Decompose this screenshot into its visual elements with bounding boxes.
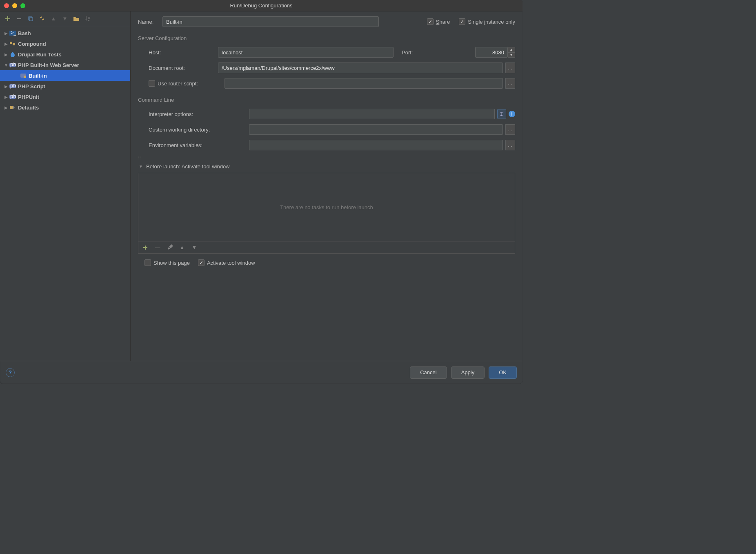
titlebar: Run/Debug Configurations (0, 0, 523, 11)
before-launch-toolbar: — ▲ ▼ (138, 241, 515, 254)
docroot-label: Document root: (149, 65, 218, 71)
content-area: ▲ ▼ ▶>_Bash ▶Compound ▶Drupal Run Tests … (0, 11, 523, 361)
collapse-icon: ▼ (138, 164, 144, 169)
php-script-icon: php (9, 83, 16, 89)
env-input[interactable] (249, 140, 503, 150)
name-label: Name: (138, 19, 162, 25)
config-icon (20, 72, 27, 79)
add-icon[interactable] (142, 244, 149, 251)
close-window-button[interactable] (4, 3, 9, 8)
zoom-window-button[interactable] (20, 3, 25, 8)
cmd-section-label: Command Line (138, 97, 515, 103)
env-label: Environment variables: (149, 142, 249, 148)
splitter-handle[interactable] (138, 157, 515, 159)
before-launch-header[interactable]: ▼Before launch: Activate tool window (138, 163, 515, 170)
router-checkbox[interactable]: Use router script: (149, 80, 225, 87)
info-icon[interactable]: i (509, 111, 515, 117)
copy-icon[interactable] (27, 15, 34, 22)
host-input[interactable] (218, 47, 394, 58)
remove-icon[interactable] (16, 15, 23, 22)
sort-icon[interactable] (84, 15, 91, 22)
tree-node-php-server[interactable]: ▼phpPHP Built-in Web Server (0, 60, 130, 70)
move-up-icon[interactable]: ▲ (50, 15, 57, 22)
tree-node-php-script[interactable]: ▶phpPHP Script (0, 81, 130, 92)
browse-button[interactable]: … (505, 124, 515, 135)
checkbox-icon (459, 18, 465, 25)
checkbox-icon (198, 259, 205, 266)
cwd-input[interactable] (249, 124, 503, 135)
tree-node-drupal[interactable]: ▶Drupal Run Tests (0, 49, 130, 60)
tree-node-compound[interactable]: ▶Compound (0, 38, 130, 49)
traffic-lights (4, 3, 25, 8)
expand-icon[interactable] (497, 109, 506, 118)
minimize-window-button[interactable] (12, 3, 17, 8)
spinner-up-icon[interactable]: ▲ (508, 47, 515, 53)
name-input[interactable] (162, 16, 379, 27)
router-input[interactable] (225, 78, 503, 89)
svg-point-14 (10, 106, 13, 109)
interp-input[interactable] (249, 109, 495, 119)
apply-button[interactable]: Apply (451, 366, 485, 379)
folder-icon[interactable] (73, 15, 80, 22)
cancel-button[interactable]: Cancel (410, 366, 447, 379)
php-server-icon: php (9, 62, 16, 68)
browse-button[interactable]: … (505, 63, 515, 73)
add-icon[interactable] (4, 15, 11, 22)
svg-rect-1 (29, 18, 33, 21)
ok-button[interactable]: OK (489, 366, 517, 379)
svg-text:>_: >_ (11, 30, 16, 36)
tree-node-built-in[interactable]: Built-in (0, 70, 130, 81)
phpunit-icon: php (9, 94, 16, 100)
config-tree[interactable]: ▶>_Bash ▶Compound ▶Drupal Run Tests ▼php… (0, 26, 130, 361)
move-up-icon[interactable]: ▲ (178, 244, 186, 251)
port-spinner[interactable]: ▲▼ (508, 47, 515, 58)
remove-icon[interactable]: — (154, 244, 161, 251)
footer: ? Cancel Apply OK (0, 361, 523, 384)
svg-rect-4 (10, 42, 12, 44)
port-input[interactable] (475, 47, 508, 58)
checkbox-icon (145, 259, 151, 266)
empty-text: There are no tasks to run before launch (280, 204, 373, 210)
svg-text:php: php (10, 62, 16, 67)
browse-button[interactable]: … (505, 140, 515, 150)
cwd-label: Custom working directory: (149, 127, 249, 133)
compound-icon (9, 40, 16, 47)
activate-tool-checkbox[interactable]: Activate tool window (198, 259, 255, 266)
checkbox-icon (427, 18, 434, 25)
sidebar: ▲ ▼ ▶>_Bash ▶Compound ▶Drupal Run Tests … (0, 11, 131, 361)
help-button[interactable]: ? (6, 368, 15, 377)
drupal-icon (9, 51, 16, 58)
tree-node-bash[interactable]: ▶>_Bash (0, 28, 130, 38)
window-title: Run/Debug Configurations (230, 2, 292, 9)
defaults-icon (9, 104, 16, 111)
browse-button[interactable]: … (505, 78, 515, 89)
checkbox-icon (149, 80, 155, 87)
single-instance-checkbox[interactable]: Single instance only (459, 18, 515, 25)
share-checkbox[interactable]: SSharehare (427, 18, 450, 25)
interp-label: Interpreter options: (149, 111, 249, 117)
settings-icon[interactable] (38, 15, 46, 22)
sidebar-toolbar: ▲ ▼ (0, 11, 130, 26)
docroot-input[interactable] (218, 63, 503, 73)
edit-icon[interactable] (166, 244, 173, 251)
host-label: Host: (149, 49, 218, 56)
port-label: Port: (402, 49, 471, 56)
spinner-down-icon[interactable]: ▼ (508, 53, 515, 58)
tree-node-phpunit[interactable]: ▶phpPHPUnit (0, 92, 130, 102)
main-panel: Name: SSharehare Single instance only Se… (131, 11, 523, 361)
show-page-checkbox[interactable]: Show this page (145, 259, 190, 266)
before-launch-list[interactable]: There are no tasks to run before launch (138, 173, 515, 241)
move-down-icon[interactable]: ▼ (61, 15, 69, 22)
server-section-label: Server Configuration (138, 35, 515, 41)
run-debug-dialog: Run/Debug Configurations ▲ ▼ ▶>_Bash ▶Co… (0, 0, 523, 384)
bash-icon: >_ (9, 30, 16, 36)
tree-node-defaults[interactable]: ▶Defaults (0, 102, 130, 113)
svg-rect-9 (24, 76, 26, 78)
svg-text:php: php (10, 94, 16, 99)
svg-rect-5 (13, 43, 15, 45)
svg-text:php: php (10, 83, 16, 89)
move-down-icon[interactable]: ▼ (191, 244, 198, 251)
